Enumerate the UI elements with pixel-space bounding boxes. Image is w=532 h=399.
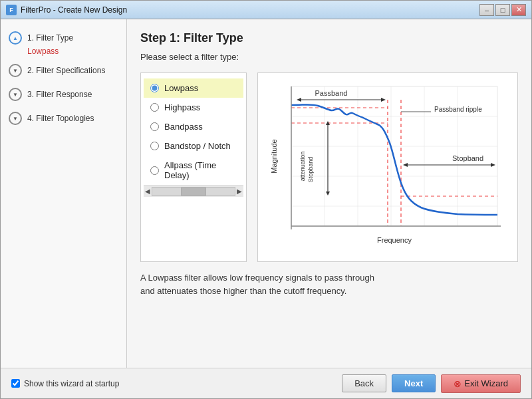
svg-text:Passband: Passband	[315, 89, 348, 97]
sidebar: ▲ 1. Filter Type Lowpass ▼ 2. Filter Spe…	[1, 19, 127, 368]
startup-checkbox[interactable]	[11, 379, 20, 388]
minimize-button[interactable]: –	[479, 4, 494, 16]
main-content: ▲ 1. Filter Type Lowpass ▼ 2. Filter Spe…	[1, 19, 531, 368]
sidebar-item-filter-specs[interactable]: ▼ 2. Filter Specifications	[1, 59, 126, 82]
maximize-button[interactable]: □	[495, 4, 510, 16]
sidebar-item-filter-topologies[interactable]: ▼ 4. Filter Topologies	[1, 106, 126, 130]
svg-text:Magnitude: Magnitude	[270, 139, 278, 173]
content-area: Step 1: Filter Type Please select a filt…	[127, 19, 531, 368]
filter-chart: Passband Passband ripple Stopband Stopba…	[257, 72, 518, 262]
footer-right: Back Next ⊗ Exit Wizard	[342, 374, 521, 393]
svg-text:Stopband: Stopband	[452, 154, 483, 162]
close-button[interactable]: ✕	[511, 4, 526, 16]
svg-text:Passband ripple: Passband ripple	[434, 106, 482, 113]
filter-options-list: Lowpass Highpass Bandpass Bandstop / Not…	[140, 72, 247, 262]
label-lowpass: Lowpass	[164, 83, 198, 93]
label-bandpass: Bandpass	[164, 122, 203, 132]
description-line2: and attenuates those higher than the cut…	[140, 286, 346, 296]
option-highpass[interactable]: Highpass	[144, 98, 243, 117]
scrollbar[interactable]: ◀ ▶	[144, 185, 243, 197]
sidebar-label-1: 1. Filter Type	[27, 33, 73, 43]
titlebar-left: F FilterPro - Create New Design	[6, 5, 127, 15]
sidebar-label-3: 3. Filter Response	[27, 90, 92, 99]
step-subtitle: Please select a filter type:	[140, 52, 518, 62]
lowpass-chart-svg: Passband Passband ripple Stopband Stopba…	[265, 80, 511, 253]
titlebar-buttons: – □ ✕	[479, 4, 526, 16]
label-highpass: Highpass	[164, 102, 200, 112]
sidebar-label-4: 4. Filter Topologies	[27, 114, 94, 123]
description-line1: A Lowpass filter allows low frequency si…	[140, 273, 374, 283]
filter-options-and-chart: Lowpass Highpass Bandpass Bandstop / Not…	[140, 72, 518, 262]
svg-text:attenuation: attenuation	[299, 152, 306, 182]
option-lowpass[interactable]: Lowpass	[144, 78, 243, 98]
step-title: Step 1: Filter Type	[140, 31, 518, 45]
main-window: F FilterPro - Create New Design – □ ✕ ▲ …	[0, 0, 532, 399]
footer-left: Show this wizard at startup	[11, 379, 119, 388]
option-bandstop[interactable]: Bandstop / Notch	[144, 136, 243, 156]
back-button[interactable]: Back	[342, 374, 386, 392]
exit-label: Exit Wizard	[464, 378, 508, 388]
option-bandpass[interactable]: Bandpass	[144, 117, 243, 136]
app-icon: F	[6, 5, 17, 15]
step-circle-4: ▼	[9, 112, 22, 125]
label-allpass: Allpass (Time Delay)	[164, 160, 237, 180]
filter-description: A Lowpass filter allows low frequency si…	[140, 271, 518, 297]
svg-text:Frequency: Frequency	[377, 236, 412, 244]
svg-text:Stopband: Stopband	[307, 157, 314, 183]
titlebar: F FilterPro - Create New Design – □ ✕	[1, 1, 531, 19]
sidebar-sublabel-1: Lowpass	[27, 47, 59, 56]
step-circle-1: ▲	[9, 31, 22, 45]
exit-wizard-button[interactable]: ⊗ Exit Wizard	[441, 374, 521, 393]
sidebar-item-filter-response[interactable]: ▼ 3. Filter Response	[1, 82, 126, 106]
sidebar-label-2: 2. Filter Specifications	[27, 66, 105, 75]
step-circle-2: ▼	[9, 64, 22, 77]
label-bandstop: Bandstop / Notch	[164, 141, 231, 151]
footer: Show this wizard at startup Back Next ⊗ …	[1, 368, 531, 398]
startup-checkbox-label: Show this wizard at startup	[24, 379, 119, 388]
step-circle-3: ▼	[9, 88, 22, 101]
option-allpass[interactable]: Allpass (Time Delay)	[144, 156, 243, 185]
next-button[interactable]: Next	[392, 374, 436, 392]
window-title: FilterPro - Create New Design	[21, 5, 127, 15]
